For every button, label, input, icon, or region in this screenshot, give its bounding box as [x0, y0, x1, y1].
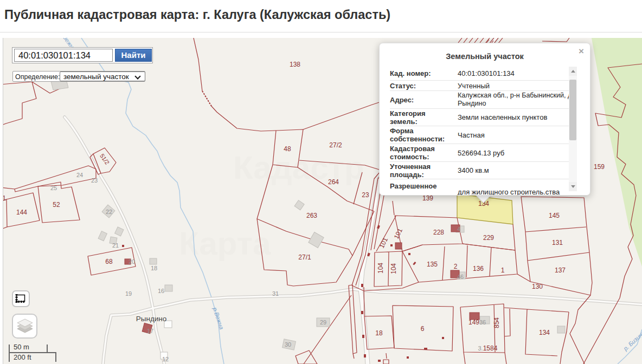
svg-text:139: 139	[422, 194, 433, 202]
svg-text:27/1: 27/1	[298, 253, 311, 261]
svg-text:6: 6	[421, 325, 425, 333]
svg-text:21: 21	[112, 242, 119, 249]
svg-text:1: 1	[501, 266, 505, 274]
svg-text:149: 149	[468, 318, 479, 326]
svg-text:135: 135	[427, 261, 438, 268]
svg-text:229: 229	[483, 234, 494, 242]
svg-text:104: 104	[377, 263, 384, 274]
svg-text:854: 854	[493, 317, 500, 328]
svg-text:36: 36	[479, 319, 486, 326]
svg-text:228: 228	[433, 229, 444, 236]
svg-text:24: 24	[76, 172, 83, 178]
svg-text:23: 23	[362, 191, 369, 199]
svg-text:16: 16	[158, 288, 164, 294]
svg-text:137: 137	[555, 266, 566, 274]
svg-text:18: 18	[375, 329, 383, 337]
svg-text:68: 68	[105, 258, 113, 265]
svg-text:136: 136	[473, 265, 484, 272]
svg-text:48: 48	[284, 145, 291, 153]
svg-text:264: 264	[328, 178, 339, 186]
svg-text:19: 19	[125, 290, 132, 297]
svg-text:138: 138	[290, 61, 300, 68]
svg-text:2: 2	[454, 263, 458, 270]
svg-text:27/2: 27/2	[329, 141, 342, 149]
svg-text:Рындино: Рындино	[136, 315, 167, 323]
svg-text:22: 22	[106, 209, 112, 215]
svg-text:104: 104	[390, 263, 397, 274]
svg-text:3.: 3.	[478, 345, 483, 352]
svg-text:159: 159	[594, 163, 605, 171]
svg-text:29: 29	[320, 319, 326, 326]
svg-text:23: 23	[91, 177, 98, 184]
svg-text:4: 4	[457, 226, 460, 232]
svg-text:12: 12	[162, 356, 169, 362]
svg-text:46: 46	[457, 274, 464, 280]
svg-text:20: 20	[129, 258, 135, 265]
svg-text:31: 31	[272, 290, 279, 297]
svg-text:18: 18	[151, 265, 157, 271]
svg-text:130: 130	[532, 283, 543, 290]
svg-text:131: 131	[552, 239, 563, 246]
svg-text:30: 30	[285, 341, 291, 348]
svg-text:1584: 1584	[483, 344, 498, 352]
svg-text:145: 145	[549, 212, 560, 219]
svg-text:17: 17	[147, 328, 153, 334]
svg-text:263: 263	[306, 212, 317, 219]
svg-text:134: 134	[539, 329, 550, 336]
